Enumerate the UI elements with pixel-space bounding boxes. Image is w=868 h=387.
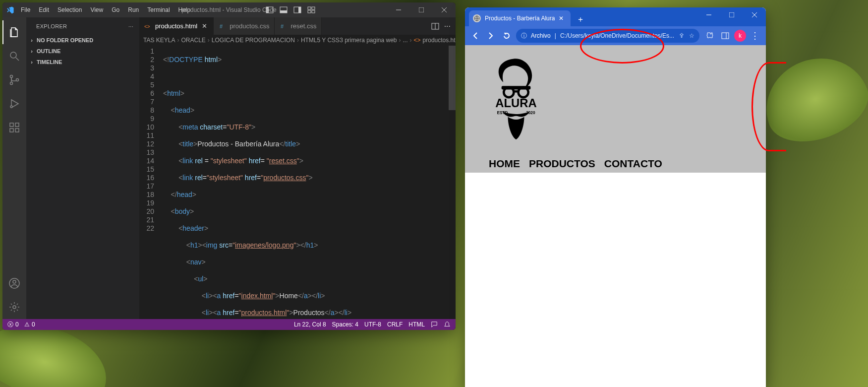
- scrollbar-thumb[interactable]: [449, 46, 456, 110]
- vscode-logo-icon: [2, 6, 17, 14]
- tab-title: Productos - Barbería Alura: [485, 15, 555, 22]
- vscode-titlebar[interactable]: File Edit Selection View Go Run Terminal…: [2, 2, 456, 17]
- code-editor[interactable]: 12345678910111213141516171819202122 <!DO…: [139, 46, 456, 319]
- tab-productos-html[interactable]: <> productos.html ✕: [139, 17, 214, 35]
- minimize-button[interactable]: [697, 7, 720, 22]
- svg-rect-9: [312, 10, 315, 13]
- chrome-window: Productos - Barbería Alura ✕ ＋ ⓘ Archivo…: [465, 7, 766, 387]
- explorer-icon[interactable]: [2, 20, 26, 44]
- tab-reset-css[interactable]: # reset.css: [275, 17, 322, 35]
- rendered-page: ALURA ESTD 2020 HOME PRODUCTOS CONTACTO: [465, 45, 766, 387]
- profile-avatar[interactable]: k: [734, 30, 746, 42]
- error-icon: ⓧ: [7, 321, 13, 329]
- settings-gear-icon[interactable]: [2, 295, 26, 319]
- section-label: OUTLINE: [37, 48, 60, 54]
- svg-rect-21: [10, 123, 13, 127]
- extensions-puzzle-icon[interactable]: [702, 29, 716, 43]
- activity-bar: [2, 17, 26, 319]
- nav-home[interactable]: HOME: [489, 158, 520, 170]
- menu-terminal[interactable]: Terminal: [144, 4, 173, 15]
- svg-rect-35: [729, 12, 734, 17]
- status-problems[interactable]: ⓧ0 ⚠0: [7, 321, 35, 329]
- page-nav: HOME PRODUCTOS CONTACTO: [489, 158, 766, 170]
- feedback-icon[interactable]: [431, 321, 438, 328]
- info-icon[interactable]: ⓘ: [521, 32, 527, 40]
- share-icon[interactable]: [678, 32, 685, 39]
- crumb[interactable]: TAS KEYLA: [143, 37, 175, 44]
- menu-go[interactable]: Go: [108, 4, 123, 15]
- chrome-toolbar: ⓘ Archivo | C:/Users/keyla/OneDrive/Docu…: [465, 26, 766, 45]
- status-encoding[interactable]: UTF-8: [364, 321, 381, 328]
- svg-point-26: [13, 280, 16, 283]
- crumb[interactable]: ORACLE: [181, 37, 205, 44]
- section-label: TIMELINE: [37, 59, 62, 65]
- crumb[interactable]: ...: [403, 37, 408, 44]
- window-controls: [387, 2, 456, 17]
- accounts-icon[interactable]: [2, 271, 26, 295]
- close-button[interactable]: [433, 2, 456, 17]
- reload-button[interactable]: [500, 29, 513, 43]
- close-button[interactable]: [743, 7, 766, 22]
- vscode-window-title: productos.html - Visual Studio Code: [181, 6, 276, 13]
- crumb[interactable]: LOGICA DE PROGRAMACION: [212, 37, 295, 44]
- nav-contacto[interactable]: CONTACTO: [604, 158, 662, 170]
- breadcrumb[interactable]: TAS KEYLA› ORACLE› LOGICA DE PROGRAMACIO…: [139, 35, 456, 46]
- chevron-right-icon: ›: [28, 59, 35, 65]
- status-language[interactable]: HTML: [408, 321, 425, 328]
- minimize-button[interactable]: [387, 2, 410, 17]
- run-debug-icon[interactable]: [2, 92, 26, 116]
- maximize-button[interactable]: [410, 2, 433, 17]
- nav-productos[interactable]: PRODUCTOS: [529, 158, 595, 170]
- address-bar[interactable]: ⓘ Archivo | C:/Users/keyla/OneDrive/Docu…: [516, 29, 699, 43]
- explorer-more-icon[interactable]: ···: [128, 23, 133, 29]
- menu-file[interactable]: File: [17, 4, 34, 15]
- code-content[interactable]: <!DOCTYPE html> <html> <head> <meta char…: [163, 46, 456, 319]
- menu-edit[interactable]: Edit: [35, 4, 53, 15]
- browser-tab[interactable]: Productos - Barbería Alura ✕: [469, 10, 571, 26]
- html-file-icon: <>: [144, 22, 152, 30]
- forward-button[interactable]: [485, 29, 498, 43]
- explorer-sidebar: EXPLORER ··· ›NO FOLDER OPENED ›OUTLINE …: [26, 17, 139, 319]
- vscode-window: File Edit Selection View Go Run Terminal…: [2, 2, 456, 330]
- status-spaces[interactable]: Spaces: 4: [332, 321, 358, 328]
- bookmark-star-icon[interactable]: ☆: [689, 32, 694, 39]
- tab-productos-css[interactable]: # productos.css: [214, 17, 275, 35]
- bell-icon[interactable]: [444, 321, 451, 328]
- tab-label: productos.html: [155, 22, 197, 30]
- tab-close-icon[interactable]: ✕: [559, 15, 567, 22]
- status-lncol[interactable]: Ln 22, Col 8: [294, 321, 326, 328]
- svg-rect-7: [312, 7, 315, 9]
- more-actions-icon[interactable]: ···: [444, 22, 451, 31]
- crumb[interactable]: HTML5 Y CSS3 primera pagina web: [301, 37, 397, 44]
- svg-text:<>: <>: [144, 24, 150, 29]
- crumb[interactable]: productos.html: [423, 37, 456, 44]
- status-eol[interactable]: CRLF: [387, 321, 403, 328]
- chevron-right-icon: ›: [28, 48, 35, 54]
- menu-view[interactable]: View: [87, 4, 107, 15]
- layout-panel-bottom-icon[interactable]: [277, 2, 290, 17]
- scrollbar-vertical[interactable]: [449, 46, 456, 319]
- layout-customize-icon[interactable]: [304, 2, 318, 17]
- back-button[interactable]: [469, 29, 482, 43]
- warning-icon: ⚠: [24, 321, 30, 328]
- svg-point-18: [16, 79, 19, 81]
- section-outline[interactable]: ›OUTLINE: [26, 46, 139, 57]
- maximize-button[interactable]: [720, 7, 743, 22]
- svg-point-16: [10, 75, 13, 78]
- tab-close-icon[interactable]: ✕: [200, 22, 208, 30]
- section-no-folder[interactable]: ›NO FOLDER OPENED: [26, 35, 139, 46]
- extensions-icon[interactable]: [2, 116, 26, 139]
- side-panel-icon[interactable]: [718, 29, 732, 43]
- search-icon[interactable]: [2, 44, 26, 68]
- split-editor-icon[interactable]: [431, 22, 439, 30]
- svg-rect-3: [280, 10, 287, 13]
- menu-selection[interactable]: Selection: [54, 4, 85, 15]
- chrome-menu-icon[interactable]: ⋮: [748, 29, 762, 43]
- layout-panel-right-icon[interactable]: [290, 2, 304, 17]
- svg-point-20: [10, 106, 12, 108]
- source-control-icon[interactable]: [2, 68, 26, 92]
- url-scheme: Archivo: [531, 32, 551, 39]
- new-tab-button[interactable]: ＋: [574, 12, 587, 26]
- menu-run[interactable]: Run: [124, 4, 142, 15]
- section-timeline[interactable]: ›TIMELINE: [26, 57, 139, 67]
